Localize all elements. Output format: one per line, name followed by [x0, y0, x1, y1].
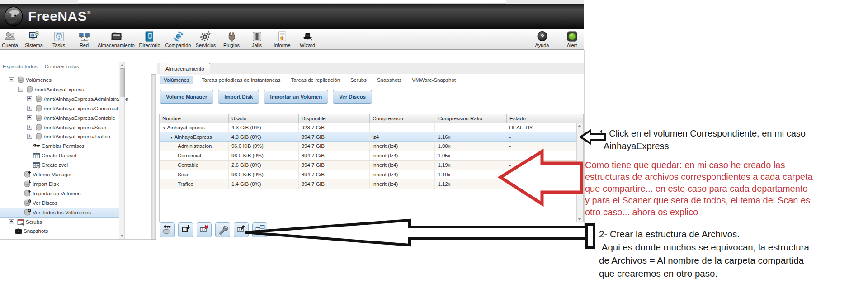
tree-item-snapshots[interactable]: Snapshots — [0, 227, 119, 236]
subtab-scrubs[interactable]: Scrubs — [349, 76, 368, 84]
annotation-line: de Archivos = Al nombre de la carpeta co… — [599, 254, 852, 267]
grid-scroll-down-icon[interactable] — [578, 218, 581, 220]
scrollbar-thumb[interactable] — [120, 68, 125, 97]
tree-item-mnt-ainhayaexpress[interactable]: −/mnt/AinhayaExpress — [0, 85, 119, 94]
expand-icon[interactable]: + — [27, 96, 32, 101]
tree-item-importar-un-volumen[interactable]: Importar un Volumen — [0, 189, 119, 198]
table-row-ainhayaexpress-1[interactable]: ▾AinhayaExpress4.3 GiB (0%)894.7 GiBlz41… — [160, 132, 577, 142]
table-row-scan-5[interactable]: Scan96.0 KiB (0%)894.7 GiBinherit (lz4)1… — [160, 170, 577, 179]
subtab-tareas-periodicas-de-instantaneas[interactable]: Tareas periodicas de instantaneas — [200, 76, 283, 84]
tree-item-mnt-ainhayaexpress-trafico[interactable]: +/mnt/AinhayaExpress/Trafico — [0, 132, 119, 142]
create-dataset-button[interactable] — [178, 222, 193, 237]
key-icon — [33, 142, 40, 150]
collapse-icon[interactable]: − — [9, 77, 14, 82]
annotation-line: 1. Click en el volumen Correspondiente, … — [599, 127, 852, 140]
table-row-ainhayaexpress-0[interactable]: ▾AinhayaExpress4.3 GiB (0%)923.7 GiB--HE… — [160, 123, 577, 132]
scroll-up-icon[interactable] — [120, 64, 124, 66]
expand-icon[interactable]: + — [27, 134, 32, 139]
table-row-administracion-2[interactable]: Administracion96.0 KiB (0%)894.7 GiBinhe… — [160, 142, 577, 151]
subtab-tareas-de-replicacion[interactable]: Tareas de replicación — [289, 76, 342, 84]
tree-item-label: /mnt/AinhayaExpress/Administracion — [44, 94, 128, 104]
tree-item-import-disk[interactable]: Import Disk — [0, 179, 119, 189]
subtab-volumenes[interactable]: Volúmenes — [160, 76, 193, 84]
row-expander-icon[interactable]: ▾ — [163, 126, 165, 130]
tree-item-mnt-ainhayaexpress-administracion[interactable]: +/mnt/AinhayaExpress/Administracion — [0, 94, 119, 104]
cell-estado: - — [506, 151, 577, 160]
grid-scroll-up-icon[interactable] — [578, 125, 581, 127]
cell-usado: 96.0 KiB (0%) — [229, 142, 299, 151]
destroy-dataset-button[interactable] — [197, 222, 212, 237]
toolbar-item-alert[interactable]: Alert — [553, 30, 591, 49]
volume-manager-button[interactable]: Volume Manager — [160, 90, 213, 104]
column-header-usado[interactable]: Usado — [229, 114, 299, 123]
edit-options-button[interactable] — [215, 222, 230, 237]
grid-scrollbar[interactable] — [576, 123, 583, 222]
grid-footer-toolbar — [160, 222, 267, 237]
volume-add-icon — [24, 171, 31, 178]
cell-nombre: Contable — [160, 161, 229, 170]
tree-item-label: Import Disk — [33, 179, 59, 189]
column-header-nombre[interactable]: Nombre — [160, 114, 229, 123]
annotation-line: que crearemos en otro paso. — [599, 267, 852, 280]
tree-item-volume-manager[interactable]: Volume Manager — [0, 170, 119, 179]
ver-discos-button[interactable]: Ver Discos — [333, 90, 372, 104]
tab-almacenamiento[interactable]: Almacenamiento — [160, 63, 210, 75]
tree-item-ver-todos-los-volumenes[interactable]: Ver Todos los Volúmenes — [0, 208, 119, 218]
cell-compression: inherit (lz4) — [370, 151, 435, 160]
volume-view-icon — [24, 199, 31, 207]
collapse-all-link[interactable]: Contraer todos — [45, 64, 79, 69]
tree-item-ver-discos[interactable]: Ver Discos — [0, 198, 119, 208]
annotation-line: y para el Scaner que sera de todos, el t… — [585, 194, 847, 206]
table-row-contable-4[interactable]: Contable2.6 GiB (0%)894.7 GiBinherit (lz… — [160, 161, 577, 170]
tree-item-cambiar-permisos[interactable]: Cambiar Permisos — [0, 142, 119, 151]
cell-compression: lz4 — [370, 132, 435, 141]
tree-item-label: /mnt/AinhayaExpress/Comercial — [44, 104, 118, 113]
cell-compression-ratio: 1.10x — [435, 170, 506, 179]
volume-icon — [35, 124, 42, 131]
panel-splitter[interactable] — [151, 74, 156, 240]
expand-icon[interactable]: + — [9, 219, 14, 224]
column-header-compression-ratio[interactable]: Compression Ratio — [435, 114, 507, 123]
tree-item-create-zvol[interactable]: Create zvol — [0, 161, 119, 170]
tree-item-mnt-ainhayaexpress-scan[interactable]: +/mnt/AinhayaExpress/Scan — [0, 123, 119, 132]
toolbar-item-wizard[interactable]: Wizard — [288, 30, 326, 49]
network-icon — [78, 30, 90, 43]
sidebar-scrollbar[interactable] — [119, 62, 125, 239]
toolbar-item-almacenamiento[interactable]: Almacenamiento — [97, 30, 135, 49]
reporting-icon — [276, 30, 288, 43]
cell-compression-ratio: 1.00x — [435, 142, 506, 151]
expand-icon[interactable]: + — [27, 106, 32, 111]
sharing-icon — [172, 30, 184, 43]
scroll-down-icon[interactable] — [120, 235, 124, 237]
subtab-vmware-snapshot[interactable]: VMWare-Snapshot — [410, 76, 458, 84]
table-row-trafico-6[interactable]: Trafico1.4 GiB (0%)894.7 GiBinherit (lz4… — [160, 179, 577, 189]
subtab-snapshots[interactable]: Snapshots — [375, 76, 403, 84]
manual-snapshot-button[interactable] — [252, 222, 267, 237]
table-row-comercial-3[interactable]: Comercial96.0 KiB (0%)894.7 GiBinherit (… — [160, 151, 577, 161]
tree-item-create-dataset[interactable]: Create Dataset — [0, 151, 119, 161]
tree-item-volumenes[interactable]: −Volúmenes — [0, 76, 119, 85]
tree-item-label: Create zvol — [42, 161, 68, 170]
browser-remnant-box — [78, 0, 506, 4]
row-expander-icon[interactable]: ▾ — [170, 135, 173, 140]
manual-snapshot-icon — [255, 224, 265, 236]
column-header-compression[interactable]: Compression — [370, 114, 435, 123]
expand-all-link[interactable]: Expandir todos — [3, 64, 38, 69]
cell-compression: inherit (lz4) — [370, 170, 435, 179]
expand-icon[interactable]: + — [27, 125, 32, 130]
column-header-disponible[interactable]: Disponible — [299, 114, 370, 123]
create-zvol-button[interactable] — [234, 222, 249, 237]
tree-item-mnt-ainhayaexpress-comercial[interactable]: +/mnt/AinhayaExpress/Comercial — [0, 104, 119, 113]
permissions-button[interactable] — [160, 222, 175, 237]
services-icon — [200, 30, 212, 43]
brand-title: FreeNAS® — [28, 9, 91, 24]
importar-un-volumen-button[interactable]: Importar un Volumen — [264, 90, 328, 104]
column-header-estado[interactable]: Estado — [507, 114, 577, 123]
tree-item-scrubs[interactable]: +Scrubs — [0, 217, 119, 227]
import-disk-button[interactable]: Import Disk — [218, 90, 259, 104]
svg-text:?: ? — [540, 33, 544, 40]
toolbar-label: Wizard — [288, 43, 326, 48]
collapse-icon[interactable]: − — [18, 87, 23, 92]
tree-item-mnt-ainhayaexpress-contable[interactable]: +/mnt/AinhayaExpress/Contable — [0, 113, 119, 123]
expand-icon[interactable]: + — [27, 115, 32, 120]
